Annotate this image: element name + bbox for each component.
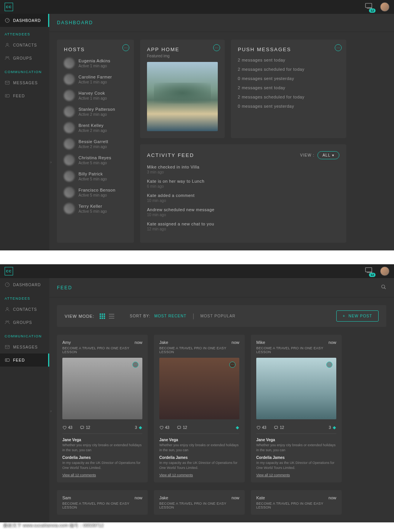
more-icon[interactable]: ⋯ [229, 362, 235, 368]
view-label: VIEW : [300, 153, 314, 157]
comment-author: Jane Vega [256, 438, 336, 442]
view-filter-dropdown[interactable]: ALL▾ [317, 151, 339, 159]
page-title: FEED [49, 278, 394, 297]
host-time: Active 1 min ago [78, 80, 112, 84]
search-icon[interactable] [381, 284, 386, 291]
host-name: Billy Patrick [78, 172, 107, 176]
comment-count[interactable]: 12 [274, 425, 284, 430]
host-row[interactable]: Bessie Garrett Active 2 min ago [64, 138, 127, 149]
grid-view-icon[interactable] [100, 314, 105, 319]
svg-rect-20 [100, 315, 101, 317]
sidebar-item-groups[interactable]: GROUPS [0, 52, 49, 65]
feed-card: Amynow BECOME A TRAVEL PRO IN ONE EASY L… [57, 335, 148, 482]
sidebar-expand-icon[interactable]: › [50, 160, 52, 164]
activity-row[interactable]: Andrew scheduled new message 10 min ago [147, 207, 339, 217]
svg-rect-13 [5, 345, 10, 349]
sidebar-item-contacts[interactable]: CONTACTS [0, 303, 49, 316]
list-view-icon[interactable] [109, 314, 114, 319]
host-avatar [64, 90, 75, 101]
host-row[interactable]: Brent Kelley Active 2 min ago [64, 122, 127, 133]
svg-rect-17 [100, 314, 101, 315]
sidebar-item-feed[interactable]: FEED [0, 89, 49, 102]
host-avatar [64, 106, 75, 117]
push-message-line: 2 messages sent today [238, 58, 339, 62]
sidebar-item-label: DASHBOARD [13, 18, 41, 23]
like-count[interactable]: 43 [256, 425, 266, 430]
share-count: 3 [329, 425, 336, 430]
logo[interactable]: CC [5, 3, 13, 11]
like-count[interactable]: 43 [62, 425, 72, 430]
host-row[interactable]: Stanley Patterson Active 2 min ago [64, 106, 127, 117]
svg-point-11 [6, 321, 7, 322]
svg-point-4 [8, 57, 9, 58]
host-time: Active 2 min ago [78, 145, 108, 149]
sidebar-expand-icon[interactable]: › [50, 409, 52, 413]
host-row[interactable]: Caroline Farmer Active 1 min ago [64, 74, 127, 85]
comment-author: Jane Vega [159, 438, 239, 442]
host-time: Active 2 min ago [78, 128, 107, 133]
sort-most-recent[interactable]: MOST RECENT [154, 314, 187, 318]
comment-count[interactable]: 12 [80, 425, 90, 430]
host-row[interactable]: Harvey Cook Active 1 min ago [64, 90, 127, 101]
feed-card: Jakenow BECOME A TRAVEL PRO IN ONE EASY … [154, 490, 245, 515]
host-row[interactable]: Eugenia Adkins Active 1 min ago [64, 58, 127, 68]
sidebar-item-messages[interactable]: MESSAGES [0, 76, 49, 89]
activity-feed-card: ACTIVITY FEED VIEW : ALL▾ Mike checked i… [140, 144, 346, 243]
sidebar-item-feed[interactable]: FEED [0, 354, 49, 367]
more-icon[interactable]: ⋯ [213, 44, 220, 51]
activity-row[interactable]: Kate assigned a new chat to you 12 min a… [147, 222, 339, 231]
comment-text: In my capacity as the UK Director of Ope… [256, 460, 336, 470]
sidebar-item-dashboard[interactable]: DASHBOARD [0, 278, 49, 291]
host-time: Active 2 min ago [78, 112, 115, 117]
feed-toolbar: VIEW MODE: SORT BY: MOST RECENT | MOST P… [57, 305, 386, 327]
share-icon [235, 426, 239, 430]
host-row[interactable]: Billy Patrick Active 5 min ago [64, 171, 127, 182]
activity-row[interactable]: Mike checked in into Villa 3 min ago [147, 165, 339, 174]
svg-rect-25 [104, 317, 105, 319]
activity-row[interactable]: Kate is on her way to Lunch 6 min ago [147, 179, 339, 188]
comment-author: Cordelia James [159, 455, 239, 460]
svg-rect-0 [366, 3, 372, 8]
user-avatar[interactable] [380, 267, 389, 276]
new-post-button[interactable]: + NEW POST [336, 310, 379, 322]
messages-icon[interactable]: 12 [365, 2, 373, 12]
comment-author: Cordelia James [256, 455, 336, 460]
view-all-comments-link[interactable]: View all 12 comments [62, 473, 142, 477]
post-image[interactable]: ⋯ [256, 358, 336, 419]
svg-rect-21 [102, 315, 103, 317]
svg-point-15 [6, 360, 7, 360]
comment-count[interactable]: 12 [177, 425, 187, 430]
sort-most-popular[interactable]: MOST POPULAR [200, 314, 235, 318]
sidebar-item-messages[interactable]: MESSAGES [0, 340, 49, 354]
sidebar-item-groups[interactable]: GROUPS [0, 316, 49, 329]
host-name: Caroline Farmer [78, 75, 112, 79]
post-image[interactable]: ⋯ [159, 358, 239, 419]
more-icon[interactable]: ⋯ [335, 44, 342, 51]
view-all-comments-link[interactable]: View all 12 comments [256, 473, 336, 477]
activity-row[interactable]: Kate added a comment 10 min ago [147, 193, 339, 203]
host-avatar [64, 58, 75, 68]
messages-icon[interactable]: 12 [365, 266, 373, 276]
host-time: Active 5 min ago [78, 209, 107, 213]
host-row[interactable]: Terry Keller Active 5 min ago [64, 203, 127, 214]
host-name: Harvey Cook [78, 91, 107, 95]
main-content: DASHBOARD ⋯ HOSTS Eugenia Adkins Active … [49, 14, 394, 250]
more-icon[interactable]: ⋯ [122, 44, 129, 51]
sidebar-item-label: GROUPS [13, 320, 32, 325]
host-row[interactable]: Christina Reyes Active 5 min ago [64, 155, 127, 165]
activity-text: Andrew scheduled new message [147, 207, 339, 212]
host-row[interactable]: Francisco Benson Active 5 min ago [64, 187, 127, 198]
sidebar: DASHBOARD ATTENDEES CONTACTS GROUPS COMM… [0, 14, 49, 250]
logo[interactable]: CC [5, 267, 13, 275]
sidebar-item-dashboard[interactable]: DASHBOARD [0, 14, 49, 27]
like-count[interactable]: 43 [159, 425, 169, 430]
more-icon[interactable]: ⋯ [132, 362, 139, 368]
activity-text: Kate assigned a new chat to you [147, 222, 339, 226]
user-avatar[interactable] [380, 2, 389, 12]
sidebar-item-contacts[interactable]: CONTACTS [0, 38, 49, 52]
post-image[interactable]: ⋯ [62, 358, 142, 419]
view-all-comments-link[interactable]: View all 12 comments [159, 473, 239, 477]
host-avatar [64, 187, 75, 198]
host-time: Active 1 min ago [78, 96, 107, 100]
more-icon[interactable]: ⋯ [326, 362, 332, 368]
